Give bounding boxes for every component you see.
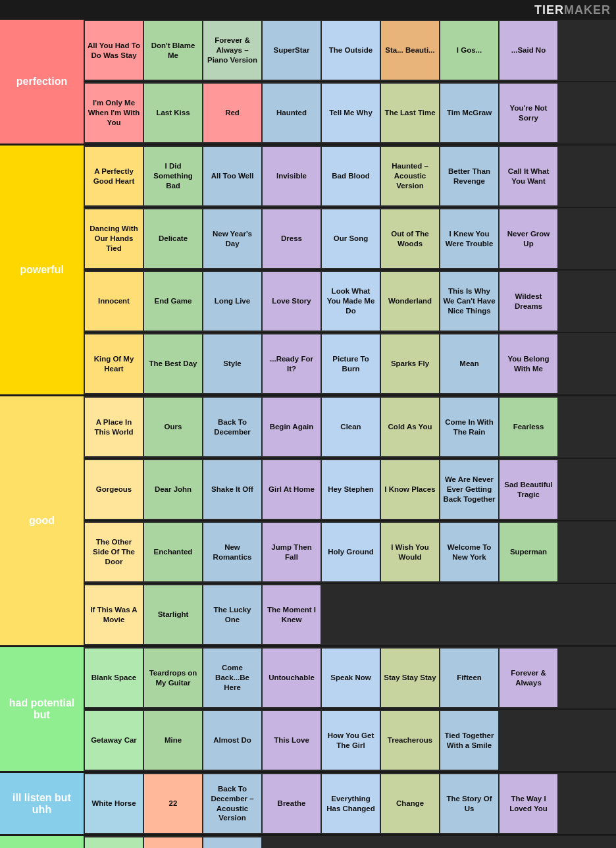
song-card[interactable]: Haunted – Acoustic Version bbox=[381, 147, 439, 205]
song-card[interactable]: Enchanted bbox=[144, 523, 202, 581]
song-card[interactable]: Dancing With Our Hands Tied bbox=[85, 209, 143, 268]
song-card[interactable]: A Place In This World bbox=[85, 398, 143, 456]
song-card[interactable]: End Game bbox=[144, 272, 202, 331]
song-card[interactable]: Change bbox=[381, 774, 439, 833]
song-card[interactable]: The Other Side Of The Door bbox=[85, 523, 143, 581]
song-card[interactable]: Never Grow Up bbox=[500, 209, 557, 268]
song-card[interactable]: Look What You Made Me Do bbox=[322, 272, 380, 331]
song-card[interactable]: All You Had To Do Was Stay bbox=[85, 21, 143, 80]
song-card[interactable]: Everything Has Changed bbox=[322, 774, 380, 833]
song-card[interactable]: The Last Time bbox=[381, 84, 439, 142]
song-card[interactable]: The Outside bbox=[322, 21, 380, 80]
song-card[interactable]: I'm Only Me When I'm With You bbox=[85, 84, 143, 142]
song-card[interactable]: The Way I Loved You bbox=[500, 774, 557, 833]
song-card[interactable]: Clean bbox=[322, 398, 380, 456]
song-card[interactable]: Begin Again bbox=[263, 398, 321, 456]
song-card[interactable]: This Love bbox=[263, 711, 321, 770]
song-card[interactable]: Shake It Off bbox=[203, 460, 261, 519]
song-card[interactable]: King Of My Heart bbox=[85, 334, 143, 393]
song-card[interactable]: The Story Of Us bbox=[440, 774, 498, 833]
song-card[interactable]: We Are Never Ever Getting Back Together bbox=[440, 460, 498, 519]
song-card[interactable]: Treacherous bbox=[381, 711, 439, 770]
song-card[interactable]: Tell Me Why bbox=[322, 84, 380, 142]
song-card[interactable]: Wildest Dreams bbox=[500, 272, 557, 331]
song-card[interactable]: New Year's Day bbox=[203, 209, 261, 268]
song-card[interactable]: Cold As You bbox=[381, 398, 439, 456]
song-card[interactable]: SuperStar bbox=[263, 21, 321, 80]
song-card[interactable]: Mean bbox=[440, 334, 498, 393]
song-card[interactable]: Invisible bbox=[263, 147, 321, 205]
song-card[interactable]: Last Kiss bbox=[144, 84, 202, 142]
song-card[interactable]: How You Get The Girl bbox=[322, 711, 380, 770]
song-card[interactable]: Back To December bbox=[203, 398, 261, 456]
song-card[interactable]: Untouchable bbox=[263, 649, 321, 707]
song-card[interactable]: ...Said No bbox=[500, 21, 557, 80]
song-card[interactable]: Speak Now bbox=[322, 649, 380, 707]
song-card[interactable]: Tied Together With a Smile bbox=[440, 711, 498, 770]
song-card[interactable]: State of Grace – Acoustic Version bbox=[85, 837, 143, 848]
song-card[interactable]: Stay Stay Stay bbox=[381, 649, 439, 707]
song-card[interactable]: I Know Places bbox=[381, 460, 439, 519]
song-card[interactable]: If This Was A Movie bbox=[85, 585, 143, 644]
song-card[interactable]: White Horse bbox=[85, 774, 143, 833]
song-card[interactable]: Sad Beautiful Tragic bbox=[500, 460, 557, 519]
song-card[interactable]: You're Not Sorry bbox=[500, 84, 557, 142]
song-card[interactable]: Long Live bbox=[203, 272, 261, 331]
song-card[interactable]: Love Story bbox=[263, 272, 321, 331]
song-card[interactable]: Dear John bbox=[144, 460, 202, 519]
song-card[interactable]: New Romantics bbox=[203, 523, 261, 581]
song-card[interactable]: Dress bbox=[263, 209, 321, 268]
song-card[interactable]: Picture To Burn bbox=[322, 334, 380, 393]
song-card[interactable]: Innocent bbox=[85, 272, 143, 331]
song-card[interactable]: Jump Then Fall bbox=[263, 523, 321, 581]
song-card[interactable]: State of Grace bbox=[144, 837, 202, 848]
song-card[interactable]: Sta... Beauti... bbox=[381, 21, 439, 80]
song-card[interactable]: Red bbox=[203, 84, 261, 142]
song-card[interactable]: Gorgeous bbox=[85, 460, 143, 519]
song-card[interactable]: Starlight bbox=[144, 585, 202, 644]
song-card[interactable]: Haunted bbox=[263, 84, 321, 142]
song-card[interactable]: Girl At Home bbox=[263, 460, 321, 519]
song-card[interactable]: Better Than Revenge bbox=[440, 147, 498, 205]
song-card[interactable]: I Did Something Bad bbox=[144, 147, 202, 205]
song-card[interactable]: Out of The Woods bbox=[381, 209, 439, 268]
song-card[interactable]: Fifteen bbox=[440, 649, 498, 707]
song-card[interactable]: Bad Blood bbox=[322, 147, 380, 205]
song-card[interactable]: Blank Space bbox=[85, 649, 143, 707]
song-card[interactable]: Mary's Song (Oh My My My) bbox=[203, 837, 261, 848]
song-card[interactable]: The Moment I Knew bbox=[263, 585, 321, 644]
song-card[interactable]: Superman bbox=[500, 523, 557, 581]
song-card[interactable]: This Is Why We Can't Have Nice Things bbox=[440, 272, 498, 331]
song-card[interactable]: Breathe bbox=[263, 774, 321, 833]
song-card[interactable]: Forever & Always bbox=[500, 649, 557, 707]
song-card[interactable]: The Best Day bbox=[144, 334, 202, 393]
song-card[interactable]: I Wish You Would bbox=[381, 523, 439, 581]
song-card[interactable]: All Too Well bbox=[203, 147, 261, 205]
song-card[interactable]: Delicate bbox=[144, 209, 202, 268]
song-card[interactable]: I Knew You Were Trouble bbox=[440, 209, 498, 268]
song-card[interactable]: Our Song bbox=[322, 209, 380, 268]
song-card[interactable]: Forever & Always – Piano Version bbox=[203, 21, 261, 80]
song-card[interactable]: Don't Blame Me bbox=[144, 21, 202, 80]
song-card[interactable]: Hey Stephen bbox=[322, 460, 380, 519]
song-card[interactable]: Almost Do bbox=[203, 711, 261, 770]
song-card[interactable]: Getaway Car bbox=[85, 711, 143, 770]
song-card[interactable]: Back To December – Acoustic Version bbox=[203, 774, 261, 833]
song-card[interactable]: Come In With The Rain bbox=[440, 398, 498, 456]
song-card[interactable]: Style bbox=[203, 334, 261, 393]
song-card[interactable]: You Belong With Me bbox=[500, 334, 557, 393]
song-card[interactable]: Holy Ground bbox=[322, 523, 380, 581]
song-card[interactable]: I Gos... bbox=[440, 21, 498, 80]
song-card[interactable]: Wonderland bbox=[381, 272, 439, 331]
song-card[interactable]: ...Ready For It? bbox=[263, 334, 321, 393]
song-card[interactable]: Mine bbox=[144, 711, 202, 770]
song-card[interactable]: The Lucky One bbox=[203, 585, 261, 644]
song-card[interactable]: Teardrops on My Guitar bbox=[144, 649, 202, 707]
song-card[interactable]: Welcome To New York bbox=[440, 523, 498, 581]
song-card[interactable]: Sparks Fly bbox=[381, 334, 439, 393]
song-card[interactable]: 22 bbox=[144, 774, 202, 833]
song-card[interactable]: Ours bbox=[144, 398, 202, 456]
song-card[interactable]: Come Back...Be Here bbox=[203, 649, 261, 707]
song-card[interactable]: A Perfectly Good Heart bbox=[85, 147, 143, 205]
song-card[interactable]: Fearless bbox=[500, 398, 557, 456]
